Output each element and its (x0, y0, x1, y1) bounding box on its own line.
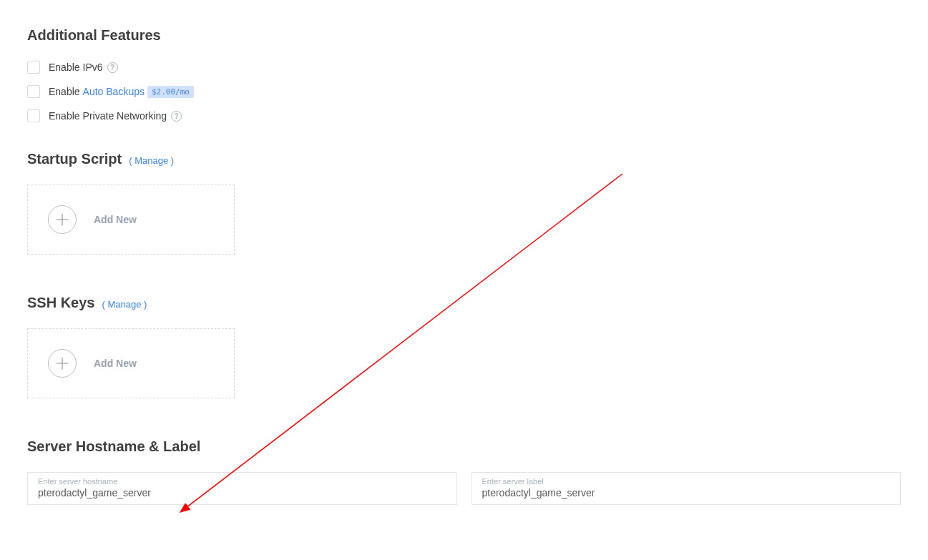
help-icon[interactable]: ? (171, 111, 182, 122)
additional-features-heading: Additional Features (27, 27, 901, 44)
feature-autobackups-label: Enable Auto Backups $2.00/mo (49, 86, 194, 98)
additional-features-heading-text: Additional Features (27, 27, 161, 44)
ssh-keys-heading-text: SSH Keys (27, 295, 95, 311)
feature-privnet-prefix: Enable (49, 110, 80, 122)
ssh-add-card[interactable]: Add New (27, 328, 235, 398)
hostname-field-wrap[interactable]: Enter server hostname (27, 472, 457, 505)
feature-ipv6-label: Enable IPv6 ? (49, 62, 118, 73)
startup-manage-link[interactable]: ( Manage ) (129, 155, 174, 166)
hostname-label-heading: Server Hostname & Label (27, 438, 901, 455)
feature-ipv6-prefix: Enable (49, 62, 80, 73)
svg-line-1 (180, 174, 622, 512)
annotation-arrow-icon (172, 170, 630, 521)
startup-script-heading-text: Startup Script (27, 151, 122, 167)
feature-ipv6-suffix: IPv6 (83, 62, 103, 73)
feature-ipv6-row: Enable IPv6 ? (27, 61, 901, 74)
feature-privnet-checkbox[interactable] (27, 109, 40, 122)
feature-ipv6-checkbox[interactable] (27, 61, 40, 74)
feature-autobackups-link[interactable]: Auto Backups (83, 86, 145, 97)
startup-script-heading: Startup Script ( Manage ) (27, 151, 901, 167)
feature-autobackups-row: Enable Auto Backups $2.00/mo (27, 85, 901, 98)
hostname-input[interactable] (38, 487, 446, 498)
plus-icon (48, 349, 77, 378)
feature-autobackups-checkbox[interactable] (27, 85, 40, 98)
ssh-keys-heading: SSH Keys ( Manage ) (27, 295, 901, 311)
price-badge: $2.00/mo (147, 86, 194, 98)
features-list: Enable IPv6 ? Enable Auto Backups $2.00/… (27, 61, 901, 122)
feature-privnet-row: Enable Private Networking ? (27, 109, 901, 122)
feature-autobackups-prefix: Enable (49, 86, 80, 97)
startup-add-label: Add New (94, 214, 137, 225)
hostname-mini-label: Enter server hostname (38, 477, 446, 486)
help-icon[interactable]: ? (107, 62, 118, 73)
hostname-label-row: Enter server hostname Enter server label (27, 472, 901, 505)
ssh-manage-link[interactable]: ( Manage ) (102, 299, 147, 310)
label-field-wrap[interactable]: Enter server label (472, 472, 902, 505)
label-mini-label: Enter server label (482, 477, 891, 486)
feature-privnet-label: Enable Private Networking ? (49, 110, 182, 122)
label-input[interactable] (482, 487, 891, 498)
plus-icon (48, 205, 77, 234)
ssh-add-label: Add New (94, 358, 137, 369)
feature-privnet-suffix: Private Networking (83, 110, 167, 122)
startup-add-card[interactable]: Add New (27, 185, 235, 255)
